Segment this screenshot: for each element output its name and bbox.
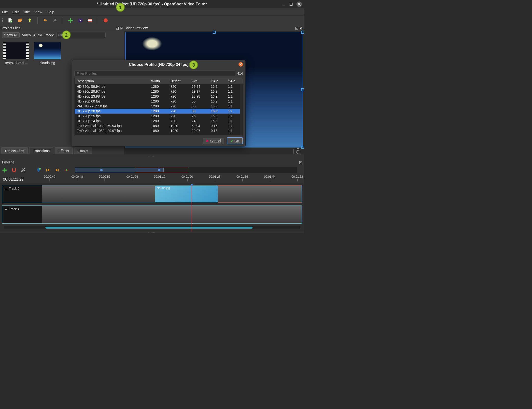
- timeline-overview[interactable]: [75, 167, 297, 173]
- table-header[interactable]: Description: [75, 78, 149, 84]
- timeline-scrollbar[interactable]: [4, 226, 300, 229]
- save-project-button[interactable]: [27, 17, 33, 24]
- table-cell: 720: [168, 109, 190, 114]
- table-cell: HD 720p 23.98 fps: [75, 94, 149, 99]
- choose-profile-button[interactable]: [77, 17, 84, 24]
- table-row[interactable]: PAL HD 720p 50 fps12807205016:91:1: [75, 104, 243, 109]
- table-header[interactable]: FPS: [190, 78, 209, 84]
- redo-button[interactable]: [52, 17, 58, 24]
- panel-close-icon[interactable]: ⊠: [120, 26, 123, 30]
- project-file-item[interactable]: clouds.jpg: [34, 42, 61, 65]
- undock-icon[interactable]: ◱: [295, 26, 298, 30]
- resize-handle-icon[interactable]: [301, 146, 304, 149]
- next-marker-button[interactable]: [54, 167, 60, 173]
- ruler-tick: 00:01:44: [264, 175, 276, 178]
- center-playhead-button[interactable]: [63, 167, 70, 173]
- table-row[interactable]: FHD Vertical 1080p 59.94 fps1080192059.9…: [75, 123, 243, 128]
- fullscreen-button[interactable]: [87, 17, 93, 24]
- table-header[interactable]: Height: [168, 78, 190, 84]
- project-file-item[interactable]: TearsOfSteel…: [2, 42, 29, 65]
- minimize-button[interactable]: [282, 2, 286, 6]
- resize-handle-icon[interactable]: [213, 31, 216, 34]
- table-cell: 16:9: [209, 109, 226, 114]
- table-header[interactable]: DAR: [209, 78, 226, 84]
- menu-edit[interactable]: Edit: [12, 10, 19, 14]
- menu-help[interactable]: Help: [47, 10, 54, 14]
- table-cell: 1280: [149, 104, 168, 109]
- table-header[interactable]: SAR: [226, 78, 243, 84]
- table-cell: FHD Vertical 1080p 29.97 fps: [75, 128, 149, 133]
- profile-filter-input[interactable]: [74, 71, 235, 76]
- scrollbar[interactable]: [240, 84, 243, 135]
- project-files-panel-header: Project Files ◱ ⊠: [0, 25, 124, 31]
- table-cell: 720: [168, 104, 190, 109]
- table-row[interactable]: FHD Vertical 1080p 29.97 fps1080192029.9…: [75, 128, 243, 133]
- timeline-clip[interactable]: clouds.jpg: [155, 186, 218, 202]
- resize-handle-icon[interactable]: [301, 88, 304, 91]
- tab-transitions[interactable]: Transitions: [29, 147, 53, 154]
- menu-title[interactable]: Title: [23, 10, 30, 14]
- tab-emojis[interactable]: Emojis: [74, 147, 92, 154]
- undo-button[interactable]: [42, 17, 48, 24]
- chevron-down-icon[interactable]: ⌄: [5, 207, 7, 211]
- new-project-button[interactable]: [7, 17, 13, 24]
- file-thumbnail: [34, 42, 61, 59]
- prev-marker-button[interactable]: [45, 167, 51, 173]
- razor-button[interactable]: [20, 167, 27, 173]
- menu-file[interactable]: File: [2, 10, 8, 14]
- menu-view[interactable]: View: [34, 10, 42, 14]
- filter-video-chip[interactable]: Video: [22, 33, 31, 37]
- show-all-button[interactable]: Show All: [2, 32, 20, 38]
- tab-project-files[interactable]: Project Files: [1, 147, 28, 154]
- panel-close-icon[interactable]: ⊠: [299, 26, 302, 30]
- table-cell: 23.98: [190, 94, 209, 99]
- dialog-title: Choose Profile [HD 720p 24 fps]: [72, 60, 245, 69]
- table-header[interactable]: Width: [149, 78, 168, 84]
- timeline-track[interactable]: ⌄Track 5 clouds.jpg: [2, 185, 302, 203]
- filter-audio-chip[interactable]: Audio: [33, 33, 42, 37]
- dialog-close-button[interactable]: [238, 62, 243, 67]
- profile-table[interactable]: DescriptionWidthHeightFPSDARSAR HD 720p …: [74, 78, 243, 135]
- table-cell: 59.94: [190, 84, 209, 89]
- video-preview-panel-header: Video Preview ◱ ⊠: [124, 25, 304, 31]
- playhead[interactable]: [192, 184, 192, 232]
- table-row[interactable]: HD 720p 59.94 fps128072059.9416:91:1: [75, 84, 243, 89]
- table-row[interactable]: HD 720p 29.97 fps128072029.9716:91:1: [75, 89, 243, 94]
- table-cell: 1920: [168, 123, 190, 128]
- add-marker-button[interactable]: [35, 167, 42, 173]
- step-badge-2: 2: [62, 30, 71, 39]
- table-cell: 720: [168, 89, 190, 94]
- table-row[interactable]: HD 720p 30 fps12807203016:91:1: [75, 109, 243, 114]
- open-project-button[interactable]: [17, 17, 23, 24]
- timeline-ruler[interactable]: 00:01:21,27 00:00:4000:00:4800:00:5600:0…: [0, 175, 304, 184]
- project-files-title: Project Files: [1, 26, 20, 30]
- table-cell: FHD Vertical 1080p 59.94 fps: [75, 123, 149, 128]
- splitter-handle[interactable]: ••••••: [0, 154, 304, 159]
- tab-effects[interactable]: Effects: [55, 147, 73, 154]
- timeline-tracks[interactable]: ⌄Track 5 clouds.jpg ⌄Track 4: [0, 184, 304, 232]
- chevron-down-icon[interactable]: ⌄: [5, 187, 7, 190]
- table-row[interactable]: HD 720p 24 fps12807202416:91:1: [75, 118, 243, 123]
- track-label: ⌄Track 5: [2, 185, 42, 203]
- undock-icon[interactable]: ◱: [116, 26, 119, 30]
- ok-button[interactable]: OK: [227, 137, 243, 144]
- table-row[interactable]: HD 720p 60 fps12807206016:91:1: [75, 99, 243, 104]
- maximize-button[interactable]: [289, 2, 293, 6]
- import-files-button[interactable]: [67, 17, 74, 24]
- timeline-panel-header: Timeline ◱: [0, 159, 304, 165]
- resize-handle-icon[interactable]: [301, 31, 304, 34]
- snap-button[interactable]: [11, 167, 17, 173]
- table-row[interactable]: HD 720p 23.98 fps128072023.9816:91:1: [75, 94, 243, 99]
- snapshot-button[interactable]: [294, 149, 300, 154]
- add-track-button[interactable]: [1, 167, 8, 173]
- cancel-button[interactable]: Cancel: [203, 138, 224, 144]
- timeline-track[interactable]: ⌄Track 4: [2, 205, 302, 224]
- close-button[interactable]: [296, 1, 302, 7]
- export-button[interactable]: [102, 17, 109, 24]
- filter-image-chip[interactable]: Image: [44, 33, 54, 37]
- timeline-current-time: 00:01:21,27: [0, 177, 42, 182]
- timeline-title: Timeline: [1, 160, 14, 164]
- undock-icon[interactable]: ◱: [299, 160, 302, 164]
- splitter-handle[interactable]: ••••••: [0, 232, 304, 233]
- table-row[interactable]: HD 720p 25 fps12807202516:91:1: [75, 114, 243, 118]
